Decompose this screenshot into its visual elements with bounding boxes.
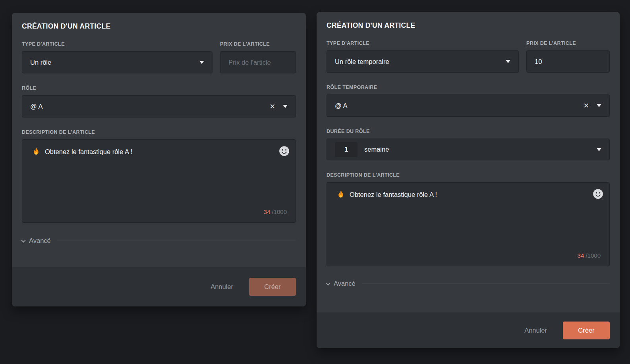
duration-value-input[interactable]: 1 — [335, 142, 358, 157]
modal-footer: Annuler Créer — [12, 267, 306, 306]
divider — [57, 241, 296, 241]
create-button[interactable]: Créer — [249, 278, 296, 296]
advanced-toggle[interactable]: Avancé — [22, 237, 296, 245]
char-count-max: /1000 — [272, 208, 287, 215]
type-article-select[interactable]: Un rôle — [22, 51, 213, 73]
fire-emoji-icon — [33, 148, 40, 156]
type-article-value: Un rôle temporaire — [335, 58, 389, 65]
type-price-row: TYPE D'ARTICLE Un rôle PRIX DE L'ARTICLE — [22, 41, 296, 73]
modal-title: CRÉATION D'UN ARTICLE — [22, 22, 296, 31]
description-label: DESCRIPTION DE L'ARTICLE — [327, 172, 610, 178]
chevron-down-icon — [597, 104, 601, 107]
char-count: 34 /1000 — [578, 252, 601, 259]
chevron-down-icon — [597, 148, 601, 151]
role-label: RÔLE TEMPORAIRE — [327, 85, 610, 90]
cancel-button[interactable]: Annuler — [202, 280, 242, 294]
description-text: Obtenez le fantastique rôle A ! — [45, 148, 132, 156]
char-count-current: 34 — [264, 208, 271, 215]
role-select[interactable]: @ A ✕ — [327, 94, 610, 117]
clear-icon[interactable]: ✕ — [584, 102, 589, 109]
price-label: PRIX DE L'ARTICLE — [220, 41, 296, 47]
chevron-down-icon — [199, 61, 204, 64]
type-article-label: TYPE D'ARTICLE — [327, 40, 519, 46]
create-button[interactable]: Créer — [563, 322, 610, 339]
chevron-down-icon — [283, 105, 288, 108]
emoji-picker-icon[interactable] — [279, 146, 290, 156]
advanced-label: Avancé — [29, 237, 51, 245]
char-count-current: 34 — [578, 252, 584, 259]
description-text: Obtenez le fantastique rôle A ! — [350, 191, 437, 198]
modal-title: CRÉATION D'UN ARTICLE — [327, 21, 610, 30]
type-article-select[interactable]: Un rôle temporaire — [327, 50, 519, 73]
cancel-button[interactable]: Annuler — [516, 324, 556, 337]
role-value: @ A — [335, 102, 347, 110]
price-label: PRIX DE L'ARTICLE — [526, 40, 610, 46]
modal-body: CRÉATION D'UN ARTICLE TYPE D'ARTICLE Un … — [12, 13, 306, 267]
type-article-label: TYPE D'ARTICLE — [22, 41, 213, 47]
duration-select[interactable]: 1 semaine — [327, 139, 610, 160]
create-article-modal: CRÉATION D'UN ARTICLE TYPE D'ARTICLE Un … — [317, 12, 620, 348]
char-count: 34 /1000 — [264, 208, 287, 215]
chevron-down-icon — [21, 238, 25, 242]
create-article-modal: CRÉATION D'UN ARTICLE TYPE D'ARTICLE Un … — [12, 13, 306, 306]
role-select[interactable]: @ A ✕ — [22, 95, 296, 117]
modal-footer: Annuler Créer — [317, 312, 620, 348]
divider — [362, 283, 610, 284]
modal-body: CRÉATION D'UN ARTICLE TYPE D'ARTICLE Un … — [317, 12, 620, 312]
type-price-row: TYPE D'ARTICLE Un rôle temporaire PRIX D… — [327, 40, 610, 73]
chevron-down-icon — [506, 60, 510, 63]
advanced-label: Avancé — [334, 280, 356, 287]
emoji-picker-icon[interactable] — [593, 189, 603, 199]
description-label: DESCRIPTION DE L'ARTICLE — [22, 129, 296, 135]
chevron-down-icon — [326, 281, 330, 285]
clear-icon[interactable]: ✕ — [270, 103, 275, 110]
description-textarea[interactable]: Obtenez le fantastique rôle A ! 34 /1000 — [327, 182, 610, 266]
role-value: @ A — [30, 103, 43, 110]
price-input[interactable] — [220, 51, 296, 73]
role-label: RÔLE — [22, 85, 296, 91]
duration-unit: semaine — [364, 146, 389, 153]
fire-emoji-icon — [338, 191, 344, 199]
price-input[interactable] — [526, 50, 610, 73]
advanced-toggle[interactable]: Avancé — [327, 280, 610, 287]
type-article-value: Un rôle — [30, 59, 51, 66]
duration-label: DURÉE DU RÔLE — [327, 129, 610, 134]
description-textarea[interactable]: Obtenez le fantastique rôle A ! 34 /1000 — [22, 139, 296, 223]
char-count-max: /1000 — [586, 252, 601, 259]
